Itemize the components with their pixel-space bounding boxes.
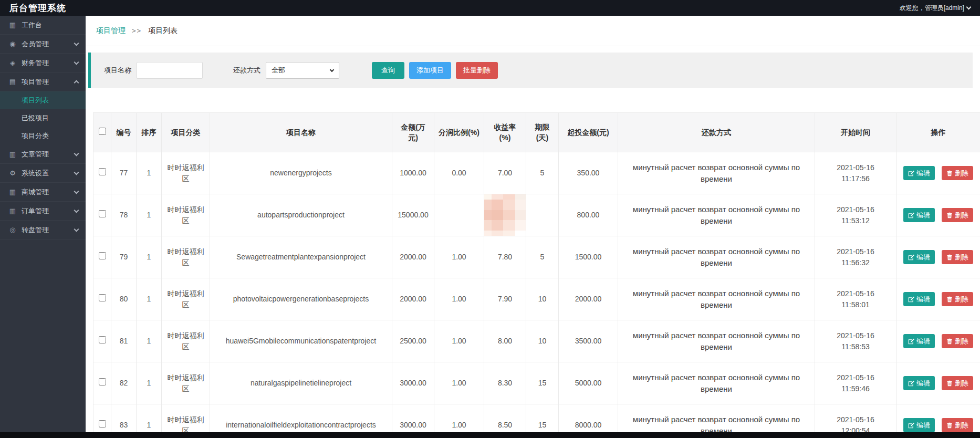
welcome-text: 欢迎您，管理员[admin] [900,4,964,13]
row-checkbox[interactable] [99,168,106,175]
sidebar-item-mall[interactable]: ▦ 商城管理 [0,183,86,202]
cell-term: 15 [526,362,559,404]
delete-button[interactable]: 删除 [942,166,973,180]
sidebar-item-orders[interactable]: ▥ 订单管理 [0,202,86,221]
cell-amount: 2000.00 [392,236,434,278]
sidebar-item-workbench[interactable]: ▦ 工作台 [0,16,86,35]
cell-repayment: минутный расчет возврат основной суммы п… [618,236,815,278]
chevron-down-icon [74,40,79,46]
header-yield: 收益率(%) [484,113,526,152]
row-checkbox[interactable] [99,336,106,343]
chevron-down-icon [74,226,79,232]
select-all-checkbox[interactable] [99,128,106,135]
cell-id: 82 [111,362,137,404]
cell-min-invest: 3500.00 [559,320,618,362]
chevron-down-icon [74,207,79,213]
projects-icon: ▤ [8,78,17,86]
articles-icon: ▥ [8,150,17,158]
delete-button[interactable]: 删除 [942,418,973,432]
sidebar-item-project-list[interactable]: 项目列表 [0,91,86,109]
header-term: 期限(天) [526,113,559,152]
edit-button-label: 编辑 [916,253,930,262]
cell-id: 81 [111,320,137,362]
cell-profit-ratio: 1.00 [434,278,484,320]
row-checkbox[interactable] [99,210,106,217]
delete-button-label: 删除 [955,421,968,430]
row-checkbox[interactable] [99,420,106,427]
repayment-method-select[interactable]: 全部 [266,62,339,79]
cell-start-time: 2021-05-16 11:59:46 [815,362,896,404]
edit-button[interactable]: 编辑 [903,334,935,348]
sidebar-item-system-settings[interactable]: ⚙ 系统设置 [0,164,86,183]
edit-button[interactable]: 编辑 [903,376,935,390]
cell-repayment: минутный расчет возврат основной суммы п… [618,362,815,404]
table-row: 79 1 时时返福利区 Sewagetreatmentplantexpansio… [93,236,980,278]
edit-button[interactable]: 编辑 [903,166,935,180]
delete-button[interactable]: 删除 [942,376,973,390]
members-icon: ◉ [8,40,17,48]
sidebar-item-members[interactable]: ◉ 会员管理 [0,35,86,54]
row-select-cell [93,362,111,404]
cell-sort: 1 [137,236,162,278]
yield-value: 7.90 [498,295,512,303]
batch-delete-button[interactable]: 批量删除 [456,62,498,79]
cell-profit-ratio: 1.00 [434,320,484,362]
cell-project-name: autopartsproductionproject [210,194,392,236]
delete-button[interactable]: 删除 [942,334,973,348]
edit-button[interactable]: 编辑 [903,250,935,264]
sidebar-item-project-categories[interactable]: 项目分类 [0,127,86,145]
cell-actions: 编辑 删除 [896,320,980,362]
sidebar-item-label: 文章管理 [22,150,75,159]
cell-yield: 7.00 [484,152,526,194]
cell-sort: 1 [137,278,162,320]
breadcrumb-parent-link[interactable]: 项目管理 [96,26,126,36]
row-select-cell [93,236,111,278]
cell-category: 时时返福利区 [162,320,210,362]
filter-panel: 项目名称 还款方式 全部 查询 添加项目 批量删除 [88,53,973,88]
cell-yield: 8.00 [484,320,526,362]
cell-id: 79 [111,236,137,278]
wheel-icon: ◎ [8,226,17,234]
edit-button-label: 编辑 [916,295,930,304]
sidebar-item-projects[interactable]: ▤ 项目管理 [0,72,86,91]
user-menu[interactable]: 欢迎您，管理员[admin] [900,4,971,13]
cell-start-time: 2021-05-16 11:58:01 [815,278,896,320]
sidebar-item-finance[interactable]: ◈ 财务管理 [0,54,86,72]
delete-button[interactable]: 删除 [942,250,973,264]
breadcrumb-separator: >> [132,27,142,35]
cell-profit-ratio: 1.00 [434,236,484,278]
trash-icon [946,254,953,260]
cell-actions: 编辑 删除 [896,278,980,320]
cell-amount: 2000.00 [392,278,434,320]
project-name-input[interactable] [137,62,203,79]
cell-amount: 3000.00 [392,362,434,404]
edit-button[interactable]: 编辑 [903,208,935,222]
edit-button-label: 编辑 [916,211,930,220]
delete-button-label: 删除 [955,295,968,304]
row-select-cell [93,194,111,236]
sidebar-item-articles[interactable]: ▥ 文章管理 [0,145,86,164]
search-button[interactable]: 查询 [372,62,404,79]
trash-icon [946,338,953,345]
delete-button[interactable]: 删除 [942,208,973,222]
edit-button[interactable]: 编辑 [903,418,935,432]
trash-icon [946,212,953,218]
row-checkbox[interactable] [99,252,106,259]
cell-actions: 编辑 删除 [896,362,980,404]
cell-repayment: минутный расчет возврат основной суммы п… [618,278,815,320]
edit-button[interactable]: 编辑 [903,292,935,306]
row-checkbox[interactable] [99,378,106,385]
sidebar-item-wheel[interactable]: ◎ 转盘管理 [0,221,86,239]
table-row: 81 1 时时返福利区 huawei5Gmobilecommunications… [93,320,980,362]
edit-pencil-icon [908,212,914,218]
add-project-button[interactable]: 添加项目 [409,62,451,79]
sidebar-item-invested-projects[interactable]: 已投项目 [0,109,86,127]
row-checkbox[interactable] [99,294,106,301]
cell-category: 时时返福利区 [162,152,210,194]
sidebar: ▦ 工作台 ◉ 会员管理 ◈ 财务管理 ▤ 项目管理 项目列表 已投项目 项目分… [0,16,86,438]
delete-button[interactable]: 删除 [942,292,973,306]
dashboard-icon: ▦ [8,21,17,29]
table-row: 80 1 时时返福利区 photovoltaicpowergenerationb… [93,278,980,320]
cell-start-time: 2021-05-16 11:56:32 [815,236,896,278]
sidebar-item-label: 财务管理 [22,58,75,68]
